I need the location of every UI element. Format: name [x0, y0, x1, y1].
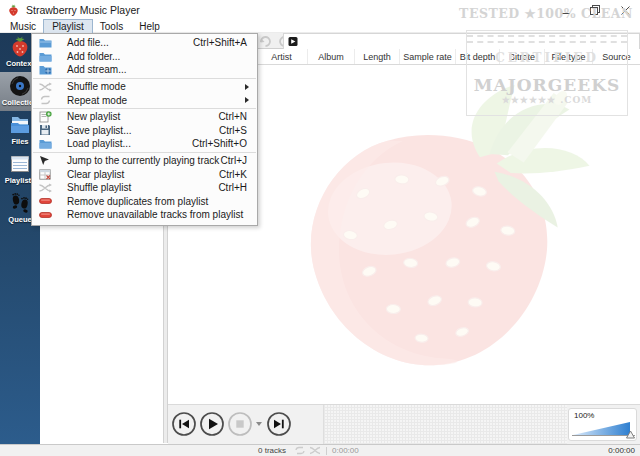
shuffle-icon [39, 81, 52, 93]
menu-bar: Music Playlist Tools Help [0, 20, 640, 33]
menu-item-load-playlist[interactable]: Load playlist... Ctrl+Shift+O [32, 137, 257, 151]
add-file-icon [39, 37, 52, 49]
remove-icon [39, 195, 52, 207]
add-stream-icon [39, 64, 52, 76]
volume-slider[interactable] [572, 420, 636, 440]
menubar-item-music[interactable]: Music [2, 20, 44, 33]
volume-panel: 100% [568, 408, 637, 441]
menu-item-shuffle-playlist[interactable]: Shuffle playlist Ctrl+H [32, 181, 257, 195]
menu-item-new-playlist[interactable]: New playlist Ctrl+N [32, 110, 257, 124]
player-controls-bar: 100% [168, 404, 640, 444]
menu-item-jump-to-playing[interactable]: Jump to the currently playing track Ctrl… [32, 154, 257, 168]
track-position-slider[interactable] [323, 405, 567, 444]
menu-separator [33, 152, 256, 153]
column-header-source[interactable]: Source [593, 49, 640, 64]
playlist-dropdown-menu: Add file... Ctrl+Shift+A Add folder... A… [31, 33, 258, 226]
menu-item-add-folder[interactable]: Add folder... [32, 50, 257, 64]
menu-item-save-playlist[interactable]: Save playlist... Ctrl+S [32, 124, 257, 138]
remove-icon [39, 209, 52, 221]
column-header-bitrate[interactable]: Bitrate [500, 49, 545, 64]
load-playlist-icon [39, 138, 52, 150]
strawberry-icon [8, 35, 32, 59]
close-icon [621, 6, 630, 15]
app-strawberry-icon [7, 4, 20, 17]
menu-separator [33, 108, 256, 109]
window-title: Strawberry Music Player [26, 4, 140, 16]
close-button[interactable] [610, 0, 640, 20]
menubar-item-playlist[interactable]: Playlist [44, 20, 92, 33]
status-bar: 0 tracks 0:00:00 0:00:00 [0, 444, 640, 456]
minimize-button[interactable] [550, 0, 580, 20]
playlist-tab[interactable] [283, 33, 640, 49]
next-button[interactable] [266, 411, 292, 437]
new-playlist-icon [39, 111, 52, 123]
menu-separator [33, 78, 256, 79]
restore-icon [590, 5, 600, 15]
playlist-total-time: 0:00:00 [332, 446, 359, 455]
playback-position-time: 0:00:00 [608, 446, 635, 455]
clear-playlist-icon [39, 168, 52, 180]
stop-options-dropdown-icon[interactable] [256, 422, 262, 426]
previous-button[interactable] [171, 411, 197, 437]
shuffle-status-icon[interactable] [309, 446, 321, 455]
repeat-status-icon[interactable] [294, 446, 306, 455]
vinyl-icon [8, 74, 32, 98]
column-header-file-type[interactable]: File type [545, 49, 593, 64]
play-button[interactable] [199, 411, 225, 437]
column-header-bit-depth[interactable]: Bit depth [456, 49, 500, 64]
folders-icon [8, 113, 32, 137]
menu-item-add-stream[interactable]: Add stream... [32, 63, 257, 77]
menu-item-shuffle-mode[interactable]: Shuffle mode [32, 80, 257, 94]
submenu-arrow-icon [245, 97, 249, 103]
volume-label: 100% [574, 411, 636, 420]
menu-item-remove-unavailable[interactable]: Remove unavailable tracks from playlist [32, 208, 257, 222]
column-header-sample-rate[interactable]: Sample rate [400, 49, 456, 64]
undo-icon[interactable] [258, 34, 273, 48]
footsteps-icon [8, 191, 32, 215]
menu-item-clear-playlist[interactable]: Clear playlist Ctrl+K [32, 167, 257, 181]
menubar-item-help[interactable]: Help [131, 20, 168, 33]
column-header-length[interactable]: Length [355, 49, 400, 64]
statusbar-separator [326, 447, 327, 455]
shuffle-icon [39, 182, 52, 194]
add-folder-icon [39, 50, 52, 62]
menu-item-remove-duplicates[interactable]: Remove duplicates from playlist [32, 195, 257, 209]
column-header-artist[interactable]: Artist [256, 49, 308, 64]
save-playlist-icon [39, 124, 52, 136]
strawberry-watermark [248, 67, 608, 402]
menu-item-add-file[interactable]: Add file... Ctrl+Shift+A [32, 36, 257, 50]
column-header-album[interactable]: Album [308, 49, 355, 64]
playlist-doc-icon [8, 152, 32, 176]
repeat-icon [39, 94, 52, 106]
submenu-arrow-icon [245, 84, 249, 90]
jump-icon [39, 155, 52, 167]
title-bar: Strawberry Music Player [0, 0, 640, 20]
track-count: 0 tracks [258, 446, 286, 455]
playlist-tab-icon [288, 36, 299, 47]
minimize-icon [561, 6, 570, 15]
menu-item-repeat-mode[interactable]: Repeat mode [32, 93, 257, 107]
stop-button[interactable] [227, 411, 253, 437]
restore-button[interactable] [580, 0, 610, 20]
menubar-item-tools[interactable]: Tools [92, 20, 131, 33]
